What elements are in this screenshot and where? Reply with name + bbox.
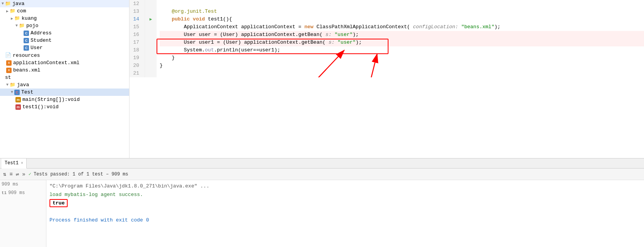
- code-15: ApplicationContext applicationContext = …: [160, 23, 501, 31]
- gutter-20: [145, 62, 157, 70]
- sidebar-item-user[interactable]: ▶ C User: [0, 44, 129, 51]
- test-tab-bar: Test1 ×: [0, 158, 644, 169]
- sidebar-item-resources[interactable]: ▶ 📄 resources: [0, 51, 129, 59]
- gutter-21: [145, 70, 157, 77]
- sidebar-item-java[interactable]: ▼ 📁 java: [0, 0, 129, 7]
- tab-close-button[interactable]: ×: [21, 161, 23, 165]
- test-row-2: t1 909 ms: [0, 189, 46, 197]
- result-true-box: true: [49, 199, 68, 207]
- line-num-14: 14: [129, 15, 141, 23]
- code-line-20: }: [160, 62, 644, 70]
- line-num-20: 20: [129, 62, 141, 70]
- sidebar-item-test1-method[interactable]: m test1():void: [0, 103, 129, 111]
- output-line-5: Process finished with exit code 0: [49, 216, 641, 224]
- annotation-13: @org.junit.Test: [160, 8, 217, 15]
- code-line-12: [160, 0, 644, 8]
- folder-icon: 📁: [5, 1, 11, 7]
- code-16: User user = (User) applicationContext.ge…: [160, 31, 359, 39]
- test-timing-column: 909 ms t1 909 ms: [0, 180, 46, 247]
- sidebar-item-java-test[interactable]: ▼ 📁 java: [0, 81, 129, 89]
- test-output: 909 ms t1 909 ms "C:\Program Files\Java\…: [0, 180, 644, 247]
- test-class-icon: C: [14, 90, 20, 95]
- sidebar-item-kuang[interactable]: ▶ 📁 kuang: [0, 15, 129, 22]
- align-icon[interactable]: ≡: [9, 171, 12, 177]
- code-container: 12 13 14 15 16 17 18 19 20 21 ▶: [129, 0, 644, 77]
- gutter-12: [145, 0, 157, 8]
- gutter-13: [145, 8, 157, 15]
- test-row-1: 909 ms: [0, 180, 46, 189]
- folder-icon: 📁: [10, 82, 15, 88]
- sidebar-item-beans[interactable]: X beans.xml: [0, 66, 129, 74]
- sidebar-item-address[interactable]: ▶ C Address: [0, 29, 129, 37]
- xml-icon: X: [6, 68, 12, 73]
- sidebar-label: java: [12, 1, 24, 7]
- run-icon[interactable]: ▶: [150, 15, 152, 23]
- line-num-12: 12: [129, 0, 141, 8]
- line-num-16: 16: [129, 31, 141, 39]
- editor[interactable]: 12 13 14 15 16 17 18 19 20 21 ▶: [129, 0, 644, 77]
- status-text: Tests passed: 1 of 1 test – 909 ms: [34, 172, 128, 177]
- output-text-1: "C:\Program Files\Java\jdk1.8.0_271\bin\…: [49, 183, 209, 189]
- sidebar-item-st[interactable]: ▶ st: [0, 74, 129, 81]
- method-icon: m: [15, 97, 21, 102]
- duration-2: 909 ms: [8, 190, 25, 196]
- test1-tab[interactable]: Test1 ×: [2, 158, 27, 169]
- class-icon: C: [24, 45, 29, 51]
- output-text-2: load mybatis-log agent success.: [49, 192, 143, 198]
- more-icon[interactable]: »: [22, 171, 25, 177]
- method-icon: m: [15, 104, 21, 110]
- gutter-16: [145, 31, 157, 39]
- sidebar-item-testclass[interactable]: ▼ C Test: [0, 89, 129, 96]
- sidebar-label: main(String[]):void: [22, 97, 80, 102]
- folder-icon: 📁: [10, 8, 15, 14]
- duration-1: 909 ms: [2, 182, 18, 187]
- line-numbers: 12 13 14 15 16 17 18 19 20 21: [129, 0, 145, 77]
- expand-icon: ▶: [20, 38, 22, 43]
- gutter-17: [145, 39, 157, 46]
- code-line-14: public void test1(){: [160, 15, 644, 23]
- sidebar-label: applicationContext.xml: [13, 60, 80, 66]
- expand-icon: ▶: [20, 31, 22, 36]
- code-line-16: User user = (User) applicationContext.ge…: [160, 31, 644, 39]
- sidebar-label: test1():void: [22, 104, 59, 110]
- output-line-3: true: [49, 199, 641, 207]
- sidebar-label: java: [17, 82, 29, 88]
- sidebar-item-com[interactable]: ▶ 📁 com: [0, 7, 129, 15]
- sidebar-label: pojo: [26, 23, 38, 29]
- code-line-18: System.out.println(user==user1);: [160, 46, 644, 54]
- sidebar-label: Address: [31, 30, 52, 36]
- sidebar-item-pojo[interactable]: ▼ 📁 pojo: [0, 22, 129, 29]
- xml-icon: X: [6, 60, 12, 66]
- folder-icon: 📁: [14, 15, 20, 21]
- expand-icon: ▼: [2, 2, 4, 6]
- code-19: }: [160, 54, 175, 62]
- sidebar-item-student[interactable]: ▶ C Student: [0, 37, 129, 44]
- sidebar-label: kuang: [22, 15, 37, 21]
- expand-icon: ▶: [11, 16, 13, 21]
- tab-label: Test1: [5, 160, 19, 166]
- sidebar-label: Student: [31, 37, 52, 43]
- sidebar-item-main-method[interactable]: m main(String[]):void: [0, 96, 129, 103]
- bottom-panel: Test1 × ⇅ ≡ ⇌ » ✓ Tests passed: 1 of 1 t…: [0, 158, 644, 247]
- sidebar-label: st: [5, 75, 11, 80]
- code-20: }: [160, 62, 163, 70]
- line-num-17: 17: [129, 39, 141, 46]
- gutter-14[interactable]: ▶: [145, 15, 157, 23]
- output-line-2: load mybatis-log agent success.: [49, 190, 641, 199]
- gutter-15: [145, 23, 157, 31]
- sidebar: ▼ 📁 java ▶ 📁 com ▶ 📁 kuang ▼ 📁 pojo ▶ C …: [0, 0, 129, 158]
- test-name-t1: t1: [2, 191, 7, 195]
- expand-icon: ▶: [6, 9, 9, 14]
- code-18: System.out.println(user==user1);: [160, 46, 280, 54]
- sort-icon[interactable]: ⇅: [3, 171, 6, 177]
- output-line-1: "C:\Program Files\Java\jdk1.8.0_271\bin\…: [49, 182, 641, 190]
- sidebar-label: User: [31, 45, 43, 51]
- gutter-18: [145, 46, 157, 54]
- class-icon: C: [24, 38, 29, 43]
- main-area: ▼ 📁 java ▶ 📁 com ▶ 📁 kuang ▼ 📁 pojo ▶ C …: [0, 0, 644, 158]
- sidebar-label: beans.xml: [13, 67, 40, 73]
- sidebar-item-appcontext[interactable]: X applicationContext.xml: [0, 59, 129, 66]
- split-icon[interactable]: ⇌: [16, 171, 19, 177]
- gutter-19: [145, 54, 157, 62]
- sidebar-label: com: [17, 8, 26, 14]
